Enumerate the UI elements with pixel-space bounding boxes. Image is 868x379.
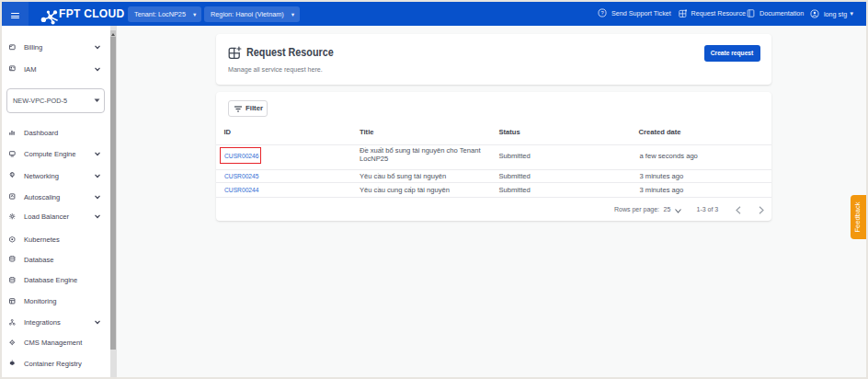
svg-text:?: ?	[600, 10, 603, 16]
